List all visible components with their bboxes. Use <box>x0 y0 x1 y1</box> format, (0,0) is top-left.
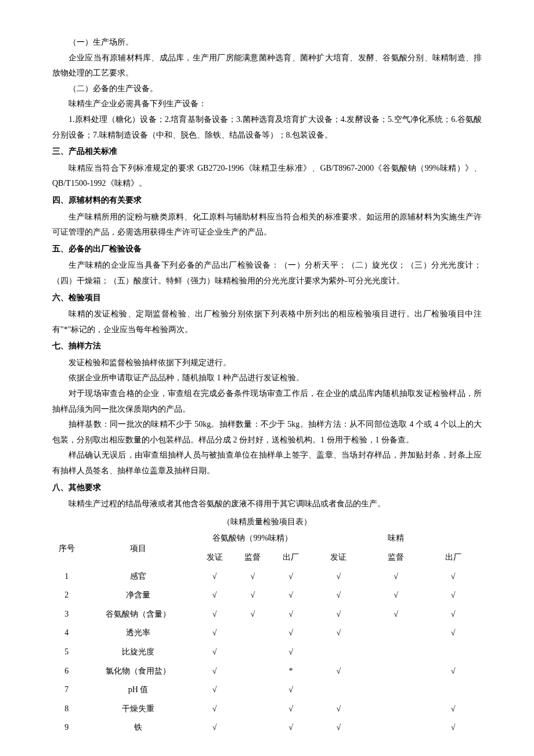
table-cell <box>367 718 425 737</box>
table-cell: √ <box>424 718 482 737</box>
table-cell: √ <box>272 605 310 624</box>
table-cell: √ <box>367 567 425 586</box>
th-group1: 谷氨酸钠（99%味精） <box>196 531 310 548</box>
paragraph: 发证检验和监督检验抽样依据下列规定进行。 <box>52 355 482 371</box>
table-cell: 干燥失重 <box>81 700 195 719</box>
table-cell: √ <box>196 586 234 605</box>
table-cell <box>367 662 425 681</box>
table-cell: √ <box>367 586 425 605</box>
paragraph: 依据企业所申请取证产品品种，随机抽取 1 种产品进行发证检验。 <box>52 370 482 386</box>
section-heading-7: 七、抽样方法 <box>52 339 482 354</box>
table-cell <box>233 662 272 681</box>
table-cell: √ <box>272 624 310 643</box>
th-sub: 发证 <box>310 548 367 567</box>
section-heading-3: 三、产品相关标准 <box>52 144 482 160</box>
section-heading-5: 五、必备的出厂检验设备 <box>52 242 482 257</box>
table-cell <box>233 624 272 643</box>
table-cell <box>367 681 425 700</box>
inspection-table: 序号 项目 谷氨酸钠（99%味精） 味精 发证 监督 出厂 发证 监督 出厂 1… <box>52 531 482 737</box>
table-cell: 6 <box>52 662 81 681</box>
table-cell: √ <box>424 624 482 643</box>
table-cell: √ <box>310 567 367 586</box>
table-cell <box>233 700 272 719</box>
table-title: （味精质量检验项目表） <box>52 514 482 530</box>
table-row: 9铁√√√√ <box>52 718 482 737</box>
paragraph: 抽样基数：同一批次的味精不少于 50kg。抽样数量：不少于 5kg。抽样方法：从… <box>52 417 482 448</box>
table-cell: √ <box>310 718 367 737</box>
table-cell: √ <box>272 643 310 662</box>
paragraph: 味精生产过程的结晶母液或者其他含谷氨酸的废液不得用于其它调味品或者食品的生产。 <box>52 496 482 512</box>
table-cell: √ <box>272 586 310 605</box>
table-cell: √ <box>424 567 482 586</box>
section-heading-6: 六、检验项目 <box>52 290 482 306</box>
th-sub: 出厂 <box>424 548 482 567</box>
table-cell: √ <box>310 624 367 643</box>
table-cell: 9 <box>52 718 81 737</box>
th-group2: 味精 <box>310 531 482 548</box>
table-cell <box>310 681 367 700</box>
th-sub: 发证 <box>196 548 234 567</box>
table-row: 8干燥失重√√√√ <box>52 700 482 719</box>
paragraph: 味精应当符合下列标准规定的要求 GB2720-1996《味精卫生标准》、GB/T… <box>52 161 482 192</box>
th-item: 项目 <box>81 531 195 567</box>
table-cell <box>233 718 272 737</box>
paragraph: 味精生产企业必需具备下列生产设备： <box>52 96 482 112</box>
table-cell: √ <box>272 681 310 700</box>
table-cell: 谷氨酸钠（含量） <box>81 605 195 624</box>
table-cell: √ <box>233 605 272 624</box>
paragraph: 生产味精的企业应当具备下列必备的产品出厂检验设备：（一）分析天平；（二）旋光仪；… <box>52 258 482 289</box>
table-cell: √ <box>424 662 482 681</box>
table-cell: pH 值 <box>81 681 195 700</box>
table-cell <box>424 643 482 662</box>
table-cell: √ <box>196 700 234 719</box>
table-row: 6氯化物（食用盐）√*√√ <box>52 662 482 681</box>
table-cell: √ <box>310 586 367 605</box>
table-cell: 感官 <box>81 567 195 586</box>
paragraph: （一）生产场所。 <box>52 35 482 51</box>
paragraph: 味精的发证检验、定期监督检验、出厂检验分别依据下列表格中所列出的相应检验项目进行… <box>52 307 482 337</box>
table-cell: 净含量 <box>81 586 195 605</box>
table-cell <box>367 700 425 719</box>
table-cell: 1 <box>52 567 81 586</box>
paragraph: 1.原料处理（糖化）设备；2.培育基制备设备；3.菌种选育及培育扩大设备；4.发… <box>52 112 482 143</box>
table-cell: √ <box>424 605 482 624</box>
paragraph: 对于现场审查合格的企业，审查组在完成必备条件现场审查工作后，在企业的成品库内随机… <box>52 386 482 417</box>
table-cell: 3 <box>52 605 81 624</box>
table-cell: √ <box>233 567 272 586</box>
table-cell <box>310 643 367 662</box>
table-row: 2净含量√√√√√√ <box>52 586 482 605</box>
table-cell: 透光率 <box>81 624 195 643</box>
table-cell: √ <box>196 662 234 681</box>
table-cell: √ <box>310 700 367 719</box>
paragraph: 样品确认无误后，由审查组抽样人员与被抽查单位在抽样单上签字、盖章、当场封存样品，… <box>52 448 482 478</box>
section-heading-8: 八、其他要求 <box>52 480 482 496</box>
paragraph: （二）必备的生产设备。 <box>52 81 482 97</box>
paragraph: 生产味精所用的淀粉与糖类原料、化工原料与辅助材料应当符合相关的标准要求。如运用的… <box>52 210 482 240</box>
table-cell: √ <box>196 718 234 737</box>
table-cell <box>424 681 482 700</box>
table-cell: √ <box>196 567 234 586</box>
section-heading-4: 四、原辅材料的有关要求 <box>52 193 482 208</box>
table-cell: √ <box>196 624 234 643</box>
table-cell: 氯化物（食用盐） <box>81 662 195 681</box>
table-row: 7pH 值√√ <box>52 681 482 700</box>
table-cell <box>233 681 272 700</box>
table-cell: √ <box>424 700 482 719</box>
table-row: 4透光率√√√√ <box>52 624 482 643</box>
table-cell: √ <box>310 605 367 624</box>
table-row: 5比旋光度√√ <box>52 643 482 662</box>
table-cell: 7 <box>52 681 81 700</box>
table-cell: 比旋光度 <box>81 643 195 662</box>
table-cell: * <box>272 662 310 681</box>
table-cell: √ <box>367 605 425 624</box>
table-cell <box>367 643 425 662</box>
th-sub: 监督 <box>367 548 425 567</box>
table-cell: 8 <box>52 700 81 719</box>
table-row: 3谷氨酸钠（含量）√√√√√√ <box>52 605 482 624</box>
table-cell: √ <box>310 662 367 681</box>
table-cell: 2 <box>52 586 81 605</box>
table-cell: 铁 <box>81 718 195 737</box>
table-cell <box>233 643 272 662</box>
table-cell: √ <box>196 681 234 700</box>
table-cell: √ <box>233 586 272 605</box>
